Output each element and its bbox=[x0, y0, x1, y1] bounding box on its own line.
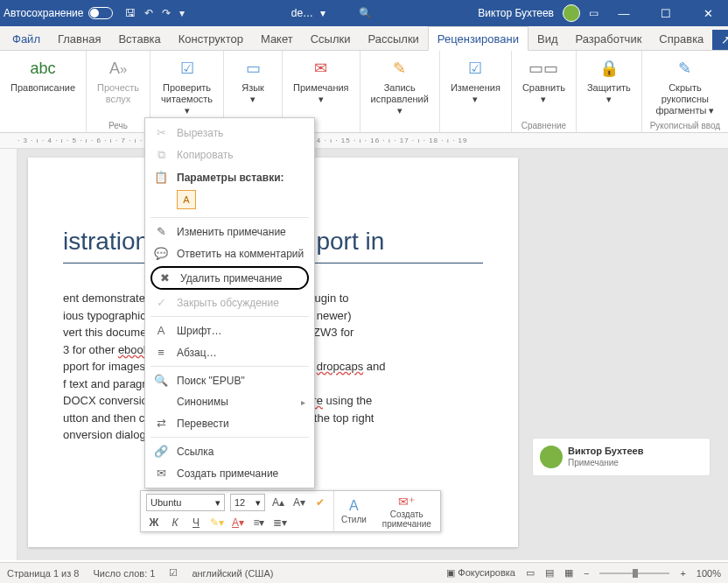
zoom-in-icon[interactable]: + bbox=[680, 568, 685, 579]
tab-insert[interactable]: Вставка bbox=[109, 27, 169, 50]
font-select[interactable]: Ubuntu▾ bbox=[146, 494, 225, 511]
language-button[interactable]: ▭Язык▾ bbox=[231, 54, 275, 107]
save-icon[interactable]: 🖫 bbox=[125, 7, 136, 19]
title-bar: Автосохранение 🖫 ↶ ↷ ▾ de… ▾ 🔍 Виктор Бу… bbox=[0, 0, 728, 26]
reply-icon: 💬 bbox=[154, 247, 168, 260]
track-changes-button[interactable]: ✎Запись исправлений ▾ bbox=[368, 54, 432, 119]
qat-dropdown-icon[interactable]: ▾ bbox=[179, 7, 185, 19]
font-size-select[interactable]: 12▾ bbox=[230, 494, 265, 511]
ctx-paragraph[interactable]: ≡Абзац… bbox=[145, 341, 314, 363]
zoom-level[interactable]: 100% bbox=[696, 568, 721, 579]
ctx-copy: ⧉Копировать bbox=[145, 144, 314, 166]
paste-keep-text-icon[interactable]: A bbox=[177, 190, 196, 209]
status-page[interactable]: Страница 1 из 8 bbox=[7, 568, 79, 579]
language-icon: ▭ bbox=[241, 56, 265, 81]
zoom-out-icon[interactable]: − bbox=[584, 568, 589, 579]
chevron-right-icon: ▸ bbox=[301, 397, 305, 407]
create-comment-button[interactable]: ✉⁺Создать примечание bbox=[374, 491, 440, 531]
read-aloud-button[interactable]: A»Прочесть вслух bbox=[94, 54, 143, 107]
underline-icon[interactable]: Ч bbox=[188, 516, 204, 529]
ctx-cut: ✂Вырезать bbox=[145, 122, 314, 144]
tab-design[interactable]: Конструктор bbox=[170, 27, 252, 50]
autosave-toggle[interactable]: Автосохранение bbox=[4, 7, 113, 19]
group-ink-label: Рукописный ввод bbox=[650, 119, 720, 130]
view-web-icon[interactable]: ▦ bbox=[564, 567, 573, 579]
status-words[interactable]: Число слов: 1 bbox=[93, 568, 155, 579]
tab-file[interactable]: Файл bbox=[4, 27, 49, 50]
tab-view[interactable]: Вид bbox=[528, 27, 567, 50]
redo-icon[interactable]: ↷ bbox=[162, 7, 171, 19]
user-avatar-icon[interactable] bbox=[563, 4, 580, 22]
undo-icon[interactable]: ↶ bbox=[144, 7, 153, 19]
hide-ink-button[interactable]: ✎Скрыть рукописны фрагменты ▾ bbox=[649, 54, 721, 119]
ctx-search[interactable]: 🔍Поиск "EPUB" bbox=[145, 369, 314, 391]
ctx-translate[interactable]: ⇄Перевести bbox=[145, 412, 314, 434]
delete-comment-icon: ✖ bbox=[158, 271, 172, 284]
status-proof-icon[interactable]: ☑ bbox=[169, 567, 178, 579]
highlight-icon[interactable]: ✎▾ bbox=[209, 516, 225, 529]
ribbon-tabs: Файл Главная Вставка Конструктор Макет С… bbox=[0, 26, 728, 51]
toggle-icon bbox=[88, 7, 113, 19]
tab-home[interactable]: Главная bbox=[49, 27, 109, 50]
view-read-icon[interactable]: ▤ bbox=[545, 567, 554, 579]
spelling-button[interactable]: abcПравописание bbox=[7, 54, 79, 95]
share-button[interactable]: ↗Поделиться bbox=[712, 30, 728, 50]
focus-mode[interactable]: ▣ Фокусировка bbox=[446, 567, 515, 579]
format-painter-icon[interactable]: ✔ bbox=[312, 496, 328, 509]
bullets-icon[interactable]: ≡▾ bbox=[251, 516, 267, 529]
ctx-synonyms[interactable]: Синонимы▸ bbox=[145, 391, 314, 412]
close-thread-icon: ✓ bbox=[154, 296, 168, 309]
share-icon: ↗ bbox=[721, 33, 728, 46]
bold-icon[interactable]: Ж bbox=[146, 516, 162, 529]
ctx-paste-options-label: 📋Параметры вставки: bbox=[145, 166, 314, 188]
title-dropdown-icon[interactable]: ▾ bbox=[320, 7, 326, 19]
status-language[interactable]: английский (США) bbox=[192, 568, 273, 579]
paragraph-icon: ≡ bbox=[154, 346, 168, 359]
protect-icon: 🔒 bbox=[597, 56, 621, 81]
accessibility-icon: ☑ bbox=[175, 56, 200, 81]
tab-references[interactable]: Ссылки bbox=[302, 27, 360, 50]
tab-developer[interactable]: Разработчик bbox=[567, 27, 651, 50]
mini-toolbar: Ubuntu▾ 12▾ A▴ A▾ ✔ Ж К Ч ✎▾ A▾ ≡▾ ≣▾ AС… bbox=[140, 490, 441, 532]
close-button[interactable]: ✕ bbox=[691, 7, 724, 20]
ctx-link[interactable]: 🔗Ссылка bbox=[145, 440, 314, 462]
tab-mailings[interactable]: Рассылки bbox=[359, 27, 427, 50]
tab-help[interactable]: Справка bbox=[650, 27, 712, 50]
tab-review[interactable]: Рецензировани bbox=[428, 26, 528, 51]
zoom-slider[interactable] bbox=[599, 572, 669, 574]
ctx-reply-comment[interactable]: 💬Ответить на комментарий bbox=[145, 242, 314, 264]
numbering-icon[interactable]: ≣▾ bbox=[272, 516, 288, 529]
comments-button[interactable]: ✉Примечания▾ bbox=[290, 54, 353, 107]
compare-button[interactable]: ▭▭Сравнить▾ bbox=[519, 54, 569, 107]
accessibility-button[interactable]: ☑Проверить читаемость ▾ bbox=[158, 54, 216, 119]
ctx-font[interactable]: AШрифт… bbox=[145, 320, 314, 341]
protect-button[interactable]: 🔒Защитить▾ bbox=[584, 54, 634, 107]
vertical-ruler[interactable] bbox=[0, 149, 18, 560]
maximize-button[interactable]: ☐ bbox=[649, 7, 682, 20]
italic-icon[interactable]: К bbox=[167, 516, 183, 529]
ink-icon: ✎ bbox=[673, 56, 697, 81]
view-print-icon[interactable]: ▭ bbox=[526, 567, 535, 579]
ctx-delete-comment[interactable]: ✖Удалить примечание bbox=[150, 266, 309, 290]
ctx-new-comment[interactable]: ✉Создать примечание bbox=[145, 462, 314, 484]
tab-layout[interactable]: Макет bbox=[252, 27, 302, 50]
ribbon-mode-icon[interactable]: ▭ bbox=[589, 7, 598, 19]
horizontal-ruler[interactable]: · 3 · ı · 4 · ı · 5 · ı · 6 · ı · 7 · ı … bbox=[0, 133, 728, 149]
shrink-font-icon[interactable]: A▾ bbox=[291, 496, 307, 509]
group-speech-label: Речь bbox=[108, 119, 128, 130]
ctx-close-thread: ✓Закрыть обсуждение bbox=[145, 292, 314, 313]
ctx-edit-comment[interactable]: ✎Изменить примечание bbox=[145, 221, 314, 242]
font-icon: A bbox=[154, 324, 168, 337]
comment-card[interactable]: Виктор БухтеевПримечание bbox=[532, 438, 710, 476]
minimize-button[interactable]: — bbox=[607, 7, 640, 20]
user-name[interactable]: Виктор Бухтеев bbox=[478, 7, 554, 19]
context-menu: ✂Вырезать ⧉Копировать 📋Параметры вставки… bbox=[144, 117, 315, 488]
font-color-icon[interactable]: A▾ bbox=[230, 516, 246, 529]
styles-icon: A bbox=[349, 498, 359, 514]
grow-font-icon[interactable]: A▴ bbox=[270, 496, 286, 509]
search-ctx-icon: 🔍 bbox=[154, 374, 168, 387]
changes-button[interactable]: ☑Изменения▾ bbox=[447, 54, 504, 107]
spelling-icon: abc bbox=[31, 56, 55, 81]
styles-button[interactable]: AСтили bbox=[334, 491, 374, 531]
search-icon[interactable]: 🔍 bbox=[359, 7, 372, 19]
